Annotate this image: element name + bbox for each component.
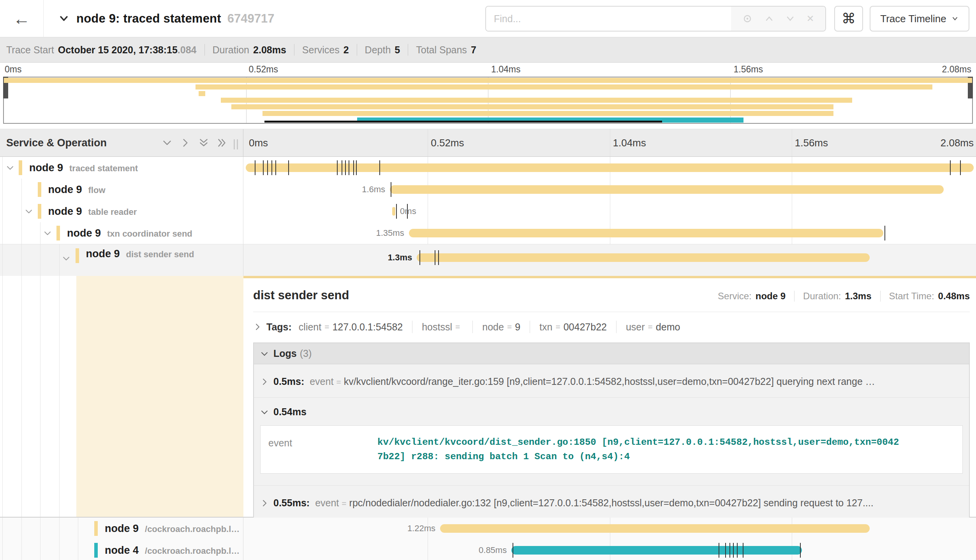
span-bar-track[interactable]: 1.6ms	[246, 179, 974, 200]
span-bar[interactable]	[392, 207, 395, 216]
service-operation-header: Service & Operation	[0, 129, 243, 156]
log-expanded-header[interactable]: 0.54ms	[260, 406, 963, 418]
timeline-tick-labels: 0ms0.52ms1.04ms1.56ms2.08ms	[246, 129, 974, 156]
minimap-span-bar	[262, 111, 834, 116]
span-bar[interactable]	[417, 253, 870, 262]
find-group: ✕	[485, 6, 826, 32]
column-resize-handle[interactable]	[234, 139, 238, 149]
log-marker-tick	[435, 250, 435, 265]
trace-minimap: 0ms0.52ms1.04ms1.56ms2.08ms	[0, 63, 976, 129]
chevron-up-icon[interactable]	[764, 14, 774, 24]
span-name-cell[interactable]: node 4/cockroach.roachpb.l…	[0, 539, 243, 560]
span-bar-track[interactable]: 1.35ms	[246, 222, 974, 244]
logs-header[interactable]: Logs (3)	[254, 343, 969, 364]
log-marker-tick	[733, 543, 734, 558]
span-name-cell[interactable]: node 9txn coordinator send	[0, 222, 243, 244]
tree-guide-line	[78, 539, 78, 560]
collapse-all-icon[interactable]	[198, 137, 210, 149]
log-marker-tick	[950, 160, 951, 175]
span-name-cell[interactable]: node 9flow	[0, 179, 243, 200]
span-row[interactable]: node 9txn coordinator send1.35ms	[0, 222, 976, 244]
minimap-span-bar	[231, 104, 833, 109]
span-name-cell[interactable]: node 9/cockroach.roachpb.l…	[0, 518, 243, 539]
operation-name: /cockroach.roachpb.l…	[145, 524, 240, 534]
minimap-span-bar	[196, 84, 932, 90]
span-bar[interactable]	[246, 163, 974, 172]
trace-start-fraction: .084	[178, 44, 197, 56]
span-row[interactable]: node 9flow1.6ms	[0, 179, 976, 200]
span-bar-track[interactable]: 0.85ms	[246, 539, 974, 560]
span-row[interactable]: node 9table reader0ms	[0, 200, 976, 222]
span-bar-track[interactable]: 0ms	[246, 200, 974, 222]
duration-value: 1.3ms	[845, 291, 872, 302]
chevron-down-icon[interactable]	[785, 14, 795, 24]
tree-guide-line	[21, 276, 22, 517]
span-name-cell[interactable]: node 9table reader	[0, 200, 243, 222]
back-button[interactable]: ←	[0, 0, 44, 37]
tree-guide-line	[59, 276, 60, 517]
trace-start-value: October 15 2020, 17:38:15	[58, 44, 178, 56]
chevron-down-icon[interactable]	[42, 228, 53, 239]
span-bar[interactable]	[511, 546, 802, 555]
span-bar[interactable]	[390, 185, 944, 194]
minimap-span-bar	[199, 91, 205, 96]
log-time: 0.5ms:	[273, 376, 304, 387]
chevron-down-icon	[951, 15, 959, 23]
log-marker-tick	[379, 160, 380, 175]
summary-item-value: 2.08ms	[253, 44, 286, 56]
close-icon[interactable]: ✕	[807, 13, 814, 24]
log-row-collapsed[interactable]: 0.55ms: event=rpc/nodedialer/nodedialer.…	[254, 486, 969, 519]
duration-label: Duration:	[803, 291, 841, 302]
minimap-span-row	[4, 91, 972, 97]
log-row-collapsed[interactable]: 0.5ms: event=kv/kvclient/kvcoord/range_i…	[254, 364, 969, 397]
minimap-tick-label: 1.56ms	[731, 64, 763, 75]
span-row[interactable]: node 4/cockroach.roachpb.l…0.85ms	[0, 539, 976, 560]
tree-guide-line	[21, 179, 22, 200]
view-selector-button[interactable]: Trace Timeline	[870, 6, 969, 32]
summary-items: Duration2.08msServices2Depth5Total Spans…	[197, 44, 476, 56]
span-duration-label: 1.3ms	[388, 253, 417, 263]
minimap-span-bar	[221, 98, 852, 103]
span-bar[interactable]	[440, 524, 870, 533]
log-marker-tick	[337, 160, 338, 175]
chevron-down-icon[interactable]	[23, 206, 34, 217]
expand-one-icon[interactable]	[180, 137, 191, 149]
chevron-down-icon[interactable]	[58, 12, 70, 25]
service-label: Service:	[718, 291, 752, 302]
minimap-canvas[interactable]	[3, 77, 973, 124]
tree-guides	[0, 276, 76, 517]
log-field-name: event	[268, 435, 377, 464]
summary-item-label: Services	[302, 44, 340, 56]
log-field-card: event kv/kvclient/kvcoord/dist_sender.go…	[260, 425, 963, 474]
summary-divider	[408, 44, 408, 56]
find-input[interactable]	[486, 7, 731, 31]
span-row[interactable]: node 9dist sender send1.3ms	[0, 244, 976, 276]
span-name-cell[interactable]: node 9dist sender send	[0, 244, 243, 276]
span-bar-track[interactable]	[246, 157, 974, 179]
tree-guide-line	[40, 539, 41, 560]
chevron-down-icon[interactable]	[5, 162, 16, 173]
minimap-tick-label: 2.08ms	[942, 64, 971, 75]
tags-row[interactable]: Tags: client=127.0.0.1:54582 hostssl= no…	[253, 321, 970, 333]
span-bar[interactable]	[409, 229, 884, 237]
span-bar-track[interactable]: 1.22ms	[246, 518, 974, 539]
log-marker-tick	[288, 160, 289, 175]
log-marker-tick	[884, 226, 885, 241]
expand-all-icon[interactable]	[216, 137, 228, 149]
log-marker-tick	[960, 160, 961, 175]
service-color-chip	[94, 521, 98, 536]
keyboard-shortcuts-button[interactable]: ⌘	[834, 6, 863, 32]
chevron-down-icon[interactable]	[61, 253, 72, 264]
span-row[interactable]: node 9traced statement	[0, 157, 976, 179]
operation-name: txn coordinator send	[107, 229, 192, 239]
span-row[interactable]: node 9/cockroach.roachpb.l…1.22ms	[0, 518, 976, 539]
tree-guide-line	[78, 518, 78, 539]
span-bar-track[interactable]: 1.3ms	[246, 244, 974, 276]
locate-icon[interactable]	[742, 13, 753, 24]
minimap-tick-labels: 0ms0.52ms1.04ms1.56ms2.08ms	[3, 64, 973, 76]
tree-guide-line	[2, 539, 3, 560]
summary-divider	[357, 44, 357, 56]
span-name-cell[interactable]: node 9traced statement	[0, 157, 243, 179]
collapse-one-icon[interactable]	[161, 137, 173, 149]
minimap-viewport-bar[interactable]	[264, 121, 662, 123]
